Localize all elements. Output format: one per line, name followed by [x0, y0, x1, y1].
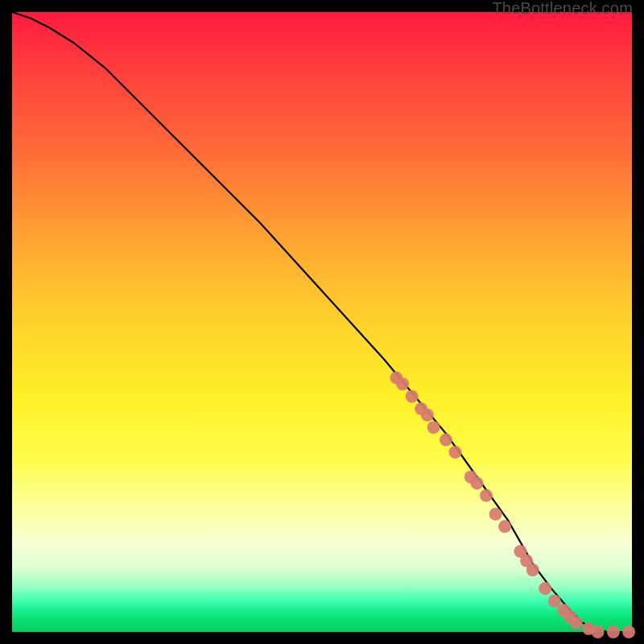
marker-point [427, 421, 440, 434]
marker-point [396, 378, 409, 390]
marker-point [471, 477, 484, 489]
chart-frame: TheBottleneck.com [0, 0, 644, 644]
chart-overlay [0, 0, 644, 644]
marker-point [421, 409, 434, 422]
marker-point [480, 489, 493, 502]
marker-point [449, 446, 462, 459]
highlighted-points [390, 371, 635, 638]
marker-point [489, 508, 502, 521]
marker-point [570, 617, 583, 630]
marker-point [526, 564, 539, 576]
marker-point [498, 520, 511, 533]
marker-point [592, 625, 605, 638]
marker-point [440, 433, 452, 446]
marker-point [548, 595, 561, 608]
marker-point [539, 582, 551, 595]
marker-point [406, 390, 419, 402]
marker-point [607, 625, 620, 638]
marker-point [622, 625, 635, 638]
bottleneck-curve [12, 12, 632, 632]
